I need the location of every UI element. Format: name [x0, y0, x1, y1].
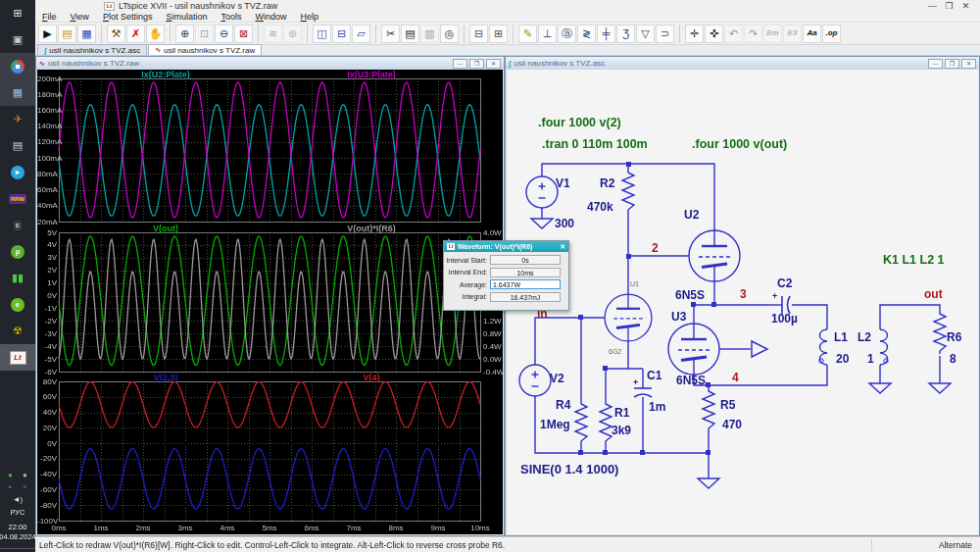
component-value-R5[interactable]: 470	[722, 418, 742, 431]
component-value-V2[interactable]: SINE(0 1.4 1000)	[520, 462, 618, 477]
telegram-icon[interactable]: ▸	[0, 159, 35, 185]
trace-label[interactable]: Ix(U2:Plate)	[141, 70, 190, 79]
drag-button[interactable]: ✜	[705, 25, 723, 43]
voltage-source-V2[interactable]	[519, 365, 551, 396]
tray-icon-4[interactable]: ▫	[19, 481, 32, 492]
minimize-button[interactable]: —	[453, 59, 467, 69]
net-label-4[interactable]: 4	[732, 371, 739, 384]
component-name-U1[interactable]: U1	[630, 280, 639, 287]
component-value-U3[interactable]: 6N5S	[676, 374, 706, 387]
calculator-icon[interactable]: ▤	[0, 132, 35, 159]
control-panel-button[interactable]: ⚒	[107, 25, 125, 43]
component-value-C2[interactable]: 100µ	[771, 312, 798, 326]
zoom-out-button[interactable]: ⊖	[215, 25, 233, 43]
capacitor-C1[interactable]	[634, 388, 652, 397]
tray-icon-1[interactable]: ●	[4, 470, 18, 480]
voltage-source-V1[interactable]	[526, 176, 558, 208]
tube-U1[interactable]	[605, 294, 652, 341]
diode-button[interactable]: ▽	[636, 25, 655, 43]
menu-item-help[interactable]: Help	[294, 12, 326, 22]
trace-label[interactable]: V(out)	[153, 224, 178, 233]
zoom-full-extents-button[interactable]: ⊠	[234, 25, 253, 43]
plot-area[interactable]: Ix(U2:Plate)Ix(U3:Plate)200mA180mA160mA1…	[37, 70, 503, 534]
e-app-icon[interactable]: E	[0, 212, 35, 238]
spice-directive-button[interactable]: .op	[822, 25, 841, 43]
restore-button[interactable]: ❐	[945, 59, 959, 69]
pause-hand-button[interactable]: ✋	[146, 25, 165, 43]
net-label-2[interactable]: 2	[652, 241, 659, 255]
interval-start-field[interactable]: 0s	[490, 255, 561, 265]
tab-waveform[interactable]: ∿ usil naushnikov s TVZ.raw	[148, 44, 262, 55]
run-button[interactable]: ▶	[38, 25, 57, 43]
spice-directive[interactable]: .tran 0 110m 100m	[542, 137, 648, 151]
start-button[interactable]: ⊞	[0, 0, 35, 26]
cascade-button[interactable]: ▱	[352, 25, 370, 43]
restore-button[interactable]: ❐	[469, 59, 484, 69]
radiation-app-icon[interactable]: ☢	[0, 318, 35, 344]
tray-icon-3[interactable]: ▪	[4, 481, 18, 492]
average-field[interactable]: 1.6437W	[490, 279, 561, 289]
spice-directive[interactable]: K1 L1 L2 1	[883, 253, 945, 267]
print-preview-button[interactable]: ⊞	[489, 25, 508, 43]
resistor-button[interactable]: ≷	[577, 25, 596, 43]
waveform-canvas[interactable]	[37, 70, 503, 534]
menu-item-tools[interactable]: Tools	[214, 12, 248, 22]
text-button[interactable]: Aa	[803, 25, 821, 43]
component-value-C1[interactable]: 1m	[649, 400, 665, 414]
component-value-R2[interactable]: 470k	[587, 200, 613, 214]
component-name-R5[interactable]: R5	[720, 398, 736, 412]
minimize-button[interactable]: —	[928, 59, 943, 69]
waveform-measurement-dialog[interactable]: Lt Waveform: V(out)*I(R6) ✕ Interval Sta…	[443, 240, 569, 311]
menu-item-view[interactable]: View	[64, 12, 96, 22]
eset-icon[interactable]: e	[0, 291, 35, 318]
speaker-icon[interactable]: ◄)	[13, 495, 24, 504]
minimize-button[interactable]: —	[924, 1, 941, 11]
component-value-V1[interactable]: 300	[555, 217, 574, 230]
resistor-R5[interactable]	[703, 388, 714, 431]
language-indicator[interactable]: РУС	[10, 508, 24, 517]
component-value-L2[interactable]: 1	[867, 352, 874, 366]
schematic-canvas[interactable]: + + .four 1000 v(2) .tran 0 110m	[507, 70, 978, 534]
resistor-R2[interactable]	[622, 170, 634, 213]
component-button[interactable]: ⊃	[656, 25, 674, 43]
tile-vertical-button[interactable]: ◫	[313, 25, 331, 43]
maximize-button[interactable]: ❐	[941, 1, 957, 11]
cut-button[interactable]: ✂	[381, 25, 400, 43]
component-name-R1[interactable]: R1	[614, 406, 630, 420]
net-label-out[interactable]: out	[924, 287, 943, 301]
component-name-L1[interactable]: L1	[834, 330, 848, 344]
spice-directive[interactable]: .four 1000 v(2)	[538, 116, 621, 129]
meter-app-icon[interactable]: ▮▮	[0, 265, 35, 291]
component-value-R6[interactable]: 8	[950, 352, 956, 366]
utorrent-icon[interactable]: µ	[0, 238, 35, 265]
label-net-button[interactable]: ⓐ	[558, 25, 576, 43]
component-value-R1[interactable]: 3k9	[612, 424, 631, 437]
integral-field[interactable]: 16.437mJ	[490, 292, 561, 302]
tab-schematic[interactable]: ʃ usil naushnikov s TVZ.asc	[37, 44, 147, 55]
component-name-C2[interactable]: C2	[777, 276, 793, 290]
move-button[interactable]: ✛	[685, 25, 704, 43]
print-button[interactable]: ⊟	[469, 25, 488, 43]
component-name-V2[interactable]: V2	[550, 372, 564, 385]
open-button[interactable]: ▤	[58, 25, 76, 43]
component-name-C1[interactable]: C1	[647, 369, 662, 382]
component-value-L1[interactable]: 20	[836, 352, 850, 366]
inductor-button[interactable]: Ʒ	[616, 25, 635, 43]
component-name-V1[interactable]: V1	[556, 176, 570, 190]
interval-end-field[interactable]: 10ms	[490, 268, 561, 277]
component-name-R4[interactable]: R4	[556, 398, 571, 412]
find-button[interactable]: ◎	[440, 25, 459, 43]
wire-button[interactable]: ✎	[518, 25, 537, 43]
halt-button[interactable]: ✗	[126, 25, 145, 43]
resistor-R1[interactable]	[600, 401, 612, 444]
component-name-U3[interactable]: U3	[671, 310, 687, 324]
close-icon[interactable]: ✕	[560, 243, 565, 251]
trace-label[interactable]: V(4)	[363, 373, 379, 382]
component-value-U2[interactable]: 6N5S	[675, 288, 705, 302]
spice-directive[interactable]: .four 1000 v(out)	[692, 137, 787, 151]
rrw-app-icon[interactable]: RRW	[0, 185, 35, 212]
floppy-app-icon[interactable]: ▦	[0, 79, 35, 106]
task-view-button[interactable]: ▣	[0, 26, 35, 53]
trace-label[interactable]: V(out)*I(R6)	[347, 224, 396, 233]
chrome-icon[interactable]	[0, 53, 35, 79]
